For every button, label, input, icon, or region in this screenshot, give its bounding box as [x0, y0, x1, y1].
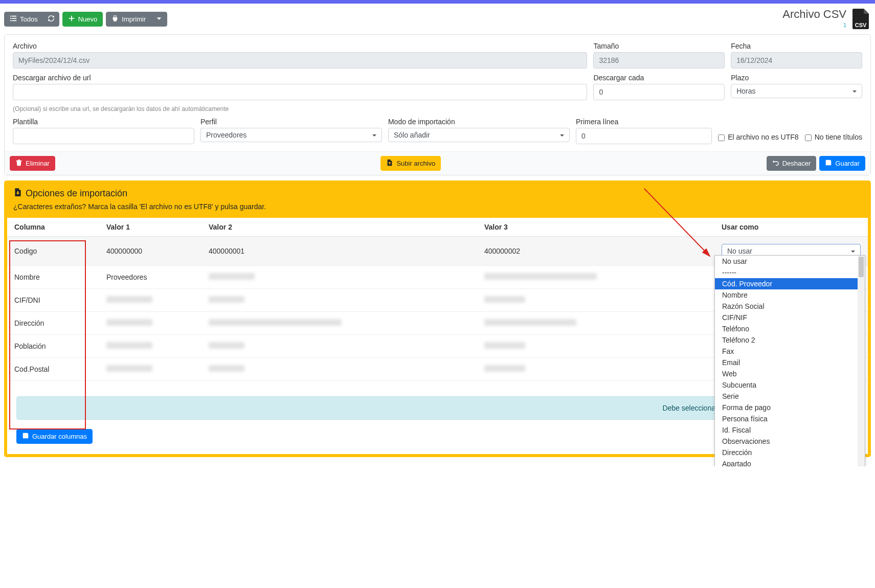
fecha-field [731, 52, 862, 69]
import-table: Columna Valor 1 Valor 2 Valor 3 Usar com… [7, 218, 868, 381]
dropdown-option[interactable]: Teléfono [715, 323, 865, 334]
dropdown-option[interactable]: Fax [715, 346, 865, 357]
url-field[interactable] [13, 84, 587, 100]
imprimir-label: Imprimir [122, 15, 146, 23]
cell-valor2 [201, 289, 477, 312]
th-usar: Usar como [714, 218, 868, 237]
dropdown-option[interactable]: Persona física [715, 413, 865, 424]
plazo-select[interactable]: Horas [731, 84, 862, 98]
dropdown-option[interactable]: No usar [715, 256, 865, 267]
guardar-label: Guardar [835, 160, 860, 167]
svg-rect-7 [69, 18, 74, 19]
import-hint: ¿Caracteres extraños? Marca la casilla '… [13, 202, 862, 211]
th-valor2: Valor 2 [201, 218, 477, 237]
plazo-label: Plazo [731, 74, 862, 82]
dropdown-option[interactable]: Apartado [715, 458, 865, 466]
cell-valor1 [99, 312, 201, 335]
perfil-select[interactable]: Proveedores [200, 128, 382, 142]
import-icon [13, 188, 23, 199]
dropdown-option[interactable]: Email [715, 357, 865, 368]
plus-icon [68, 15, 75, 24]
th-valor3: Valor 3 [477, 218, 714, 237]
imprimir-caret[interactable] [151, 12, 167, 27]
svg-rect-4 [10, 20, 12, 21]
print-icon [111, 15, 119, 24]
page-subtitle: 1 [782, 22, 846, 28]
dropdown-option[interactable]: Id. Fiscal [715, 424, 865, 436]
svg-rect-9 [114, 15, 117, 17]
csv-file-icon: CSV [850, 8, 871, 30]
dropdown-option[interactable]: Dirección [715, 447, 865, 458]
primera-label: Primera línea [576, 118, 712, 126]
cada-field[interactable] [593, 84, 725, 100]
dropdown-option[interactable]: Web [715, 368, 865, 379]
utf8-checkbox[interactable] [718, 134, 725, 141]
subir-button[interactable]: Subir archivo [380, 156, 441, 171]
modo-select[interactable]: Sólo añadir [388, 128, 570, 142]
cada-label: Descargar cada [593, 74, 725, 82]
dropdown-scrollbar[interactable] [858, 256, 865, 466]
dropdown-option[interactable]: Serie [715, 391, 865, 402]
dropdown-option[interactable]: Razón Social [715, 301, 865, 312]
cell-valor2 [201, 335, 477, 358]
primera-field[interactable] [576, 128, 712, 144]
cell-valor3 [477, 358, 714, 381]
fecha-label: Fecha [731, 42, 862, 50]
cell-valor3 [477, 289, 714, 312]
th-valor1: Valor 1 [99, 218, 201, 237]
guardar-button[interactable]: Guardar [819, 156, 865, 171]
usar-como-dropdown[interactable]: No usar------Cód. ProveedorNombreRazón S… [714, 255, 865, 466]
dropdown-option[interactable]: Observaciones [715, 436, 865, 447]
plantilla-field[interactable] [13, 128, 194, 144]
cell-valor1 [99, 358, 201, 381]
archivo-label: Archivo [13, 42, 587, 50]
cell-valor3 [477, 312, 714, 335]
dropdown-option[interactable]: Teléfono 2 [715, 334, 865, 346]
titles-checkbox-label: No tiene títulos [815, 133, 862, 141]
trash-icon [15, 159, 23, 168]
todos-label: Todos [20, 15, 38, 23]
cell-valor2 [201, 266, 477, 289]
deshacer-button[interactable]: Deshacer [767, 156, 817, 171]
th-columna: Columna [7, 218, 99, 237]
todos-button[interactable]: Todos [4, 12, 43, 27]
refresh-icon [48, 15, 55, 24]
eliminar-button[interactable]: Eliminar [10, 156, 55, 171]
cell-valor2: 400000001 [201, 237, 477, 266]
nuevo-button[interactable]: Nuevo [62, 12, 103, 27]
list-icon [10, 15, 17, 24]
cell-valor2 [201, 312, 477, 335]
cell-valor1: 400000000 [99, 237, 201, 266]
perfil-label: Perfil [200, 118, 382, 126]
cell-columna: Población [7, 335, 99, 358]
chevron-down-icon [155, 15, 163, 24]
guardar-columnas-button[interactable]: Guardar columnas [16, 429, 93, 444]
svg-rect-3 [12, 18, 16, 19]
utf8-checkbox-label: El archivo no es UTF8 [728, 133, 799, 141]
titles-checkbox-wrap[interactable]: No tiene títulos [805, 130, 862, 144]
utf8-checkbox-wrap[interactable]: El archivo no es UTF8 [718, 130, 799, 144]
imprimir-button[interactable]: Imprimir [106, 12, 151, 27]
url-label: Descargar archivo de url [13, 74, 587, 82]
archivo-field [13, 52, 587, 69]
dropdown-option[interactable]: Cód. Proveedor [715, 278, 865, 289]
modo-label: Modo de importación [388, 118, 570, 126]
cell-columna: Dirección [7, 312, 99, 335]
svg-rect-5 [12, 20, 16, 21]
cell-valor3 [477, 335, 714, 358]
dropdown-option[interactable]: Forma de pago [715, 402, 865, 413]
refresh-button[interactable] [43, 12, 59, 27]
titles-checkbox[interactable] [805, 134, 812, 141]
dropdown-option[interactable]: Nombre [715, 289, 865, 301]
cell-usar: No usarNo usar------Cód. ProveedorNombre… [714, 237, 868, 266]
svg-rect-10 [114, 19, 117, 21]
cell-columna: CIF/DNI [7, 289, 99, 312]
dropdown-option[interactable]: Subcuenta [715, 379, 865, 391]
import-heading: Opciones de importación [26, 188, 127, 199]
cell-valor2 [201, 358, 477, 381]
tamano-label: Tamaño [593, 42, 725, 50]
dropdown-option[interactable]: ------ [715, 267, 865, 278]
cell-columna: Codigo [7, 237, 99, 266]
dropdown-option[interactable]: CIF/NIF [715, 312, 865, 323]
save-icon [22, 432, 29, 441]
